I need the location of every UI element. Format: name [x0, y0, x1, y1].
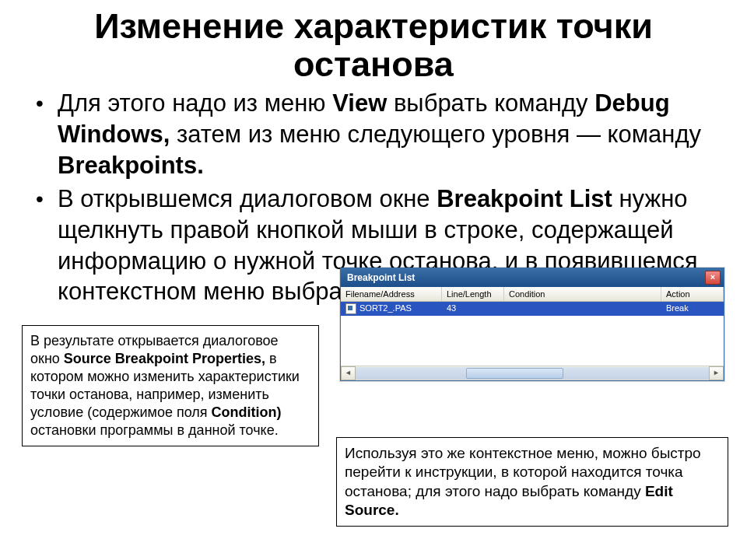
bold-text: Breakpoints.: [58, 152, 204, 179]
scroll-track[interactable]: [356, 367, 724, 380]
text: SORT2_.PAS: [359, 303, 412, 313]
scroll-left-button[interactable]: ◄: [341, 366, 356, 380]
window-titlebar[interactable]: Breakpoint List ×: [341, 268, 724, 287]
text: В открывшемся диалоговом окне: [58, 185, 437, 212]
horizontal-scrollbar[interactable]: ◄ ►: [341, 366, 724, 380]
bold-text: View: [332, 89, 387, 117]
table-row[interactable]: SORT2_.PAS 43 Break: [341, 302, 724, 316]
table-body[interactable]: SORT2_.PAS 43 Break: [341, 302, 724, 366]
page-title: Изменение характеристик точки останова: [31, 8, 716, 83]
col-filename-address[interactable]: Filename/Address: [341, 287, 442, 301]
close-icon[interactable]: ×: [705, 271, 721, 285]
bold-text: Condition): [212, 404, 282, 420]
callout-right: Используя это же контекстное меню, можно…: [336, 437, 728, 527]
bold-text: Source Breakpoint Properties,: [64, 351, 265, 366]
column-headers: Filename/Address Line/Length Condition A…: [341, 287, 724, 302]
scroll-right-button[interactable]: ►: [709, 366, 724, 380]
bold-text: Breakpoint List: [437, 185, 612, 212]
col-line-length[interactable]: Line/Length: [442, 287, 504, 301]
text: затем из меню следующего уровня — команд…: [170, 121, 701, 148]
file-icon: [345, 303, 356, 314]
text: остановки программы в данной точке.: [30, 422, 279, 438]
cell-action: Break: [661, 302, 724, 316]
text: выбрать команду: [387, 89, 594, 117]
slide: Изменение характеристик точки останова Д…: [0, 0, 747, 560]
col-action[interactable]: Action: [661, 287, 724, 301]
cell-condition: [504, 302, 661, 316]
text: Для этого надо из меню: [58, 89, 332, 117]
breakpoint-list-window: Breakpoint List × Filename/Address Line/…: [340, 268, 724, 381]
cell-line: 43: [442, 302, 504, 316]
col-condition[interactable]: Condition: [504, 287, 661, 301]
scroll-thumb[interactable]: [466, 368, 563, 379]
cell-filename: SORT2_.PAS: [341, 302, 442, 316]
callout-left: В результате открывается диалоговое окно…: [22, 325, 319, 446]
list-item: Для этого надо из меню View выбрать кома…: [54, 88, 716, 180]
window-title: Breakpoint List: [347, 272, 415, 283]
